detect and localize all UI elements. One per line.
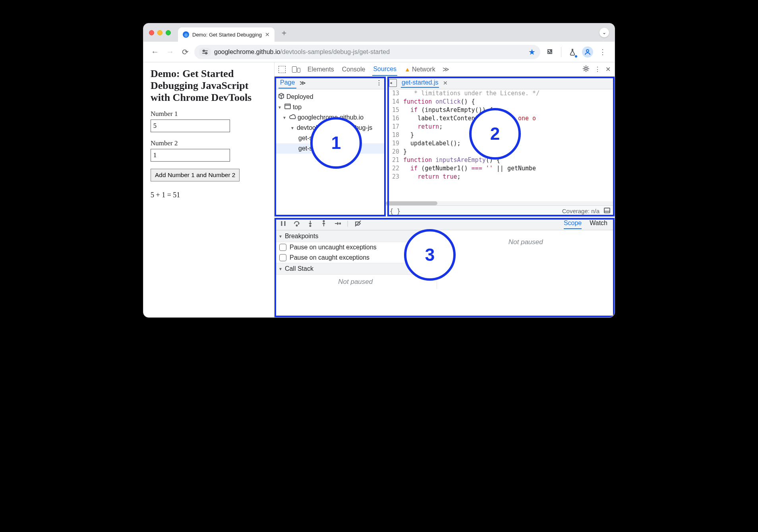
close-window-button[interactable] (149, 30, 154, 35)
editor-tab-close[interactable]: ✕ (443, 80, 448, 86)
add-button[interactable]: Add Number 1 and Number 2 (151, 169, 240, 181)
tab-search-button[interactable]: ⌄ (599, 28, 609, 37)
devtools-close-button[interactable]: ✕ (605, 66, 611, 73)
debugger-panel: | Scope Watch ▼ Breakpo (275, 216, 615, 317)
callstack-status: Not paused (275, 275, 437, 289)
warning-triangle-icon: ▲ (404, 66, 410, 73)
pretty-print-button[interactable]: { } (390, 208, 400, 215)
debugger-tab-scope[interactable]: Scope (564, 218, 582, 229)
tree-domain[interactable]: ▼ googlechrome.github.io (275, 112, 385, 123)
checkbox-label: Pause on caught exceptions (290, 254, 369, 261)
back-button[interactable]: ← (149, 46, 161, 58)
svg-point-8 (323, 220, 325, 222)
checkbox[interactable] (279, 244, 286, 251)
tune-icon (201, 48, 209, 56)
disclosure-triangle-icon: ▼ (282, 116, 286, 120)
devtools-tab-console[interactable]: Console (341, 64, 366, 75)
tree-file-js[interactable]: get-started.js (275, 143, 385, 154)
tree-deployed[interactable]: Deployed (275, 92, 385, 102)
disclosure-triangle-icon: ▼ (290, 126, 294, 130)
devtools-tab-sources[interactable]: Sources (372, 63, 397, 76)
devtools-tabs-overflow[interactable]: ≫ (443, 66, 449, 73)
tab-close-button[interactable]: ✕ (265, 31, 270, 38)
editor-horizontal-scrollbar[interactable] (386, 201, 615, 205)
debugger-toolbar: | Scope Watch (275, 217, 615, 230)
debugger-left-column: ▼ Breakpoints Pause on uncaught exceptio… (275, 230, 437, 289)
breakpoints-section-header[interactable]: ▼ Breakpoints (275, 230, 437, 242)
browser-tab[interactable]: ◎ Demo: Get Started Debugging ✕ (178, 27, 275, 42)
deactivate-breakpoints-button[interactable] (354, 220, 362, 227)
extensions-button[interactable] (543, 46, 556, 58)
navigator-tab-page[interactable]: Page (278, 77, 296, 89)
step-over-icon (293, 220, 300, 227)
debugger-tab-watch[interactable]: Watch (590, 218, 607, 229)
number2-label: Number 2 (151, 139, 267, 147)
cloud-icon (289, 113, 295, 122)
checkbox[interactable] (279, 254, 286, 261)
tree-file-html[interactable]: get-started (275, 133, 385, 143)
code-editor-panel: ◂ get-started.js ✕ 13 * limitations unde… (386, 77, 615, 216)
devtools-tab-network[interactable]: ▲ Network (404, 64, 436, 75)
number1-input[interactable] (151, 120, 230, 132)
profile-avatar-button[interactable] (582, 46, 593, 58)
step-icon (334, 220, 341, 227)
step-into-button[interactable] (306, 220, 314, 227)
coverage-label: Coverage: n/a (562, 208, 599, 214)
gear-icon (582, 65, 590, 72)
svg-point-3 (585, 67, 587, 70)
toolbar-divider (561, 47, 561, 57)
devtools-tab-elements[interactable]: Elements (307, 64, 335, 75)
file-navigator-panel: Page ≫ ⋮ Deployed (275, 77, 386, 216)
device-toolbar-icon[interactable] (292, 66, 300, 73)
step-into-icon (307, 220, 314, 227)
section-label: Call Stack (285, 265, 313, 272)
devtools-settings-button[interactable] (582, 65, 590, 74)
file-tree: Deployed ▼ top ▼ (275, 89, 385, 156)
step-out-button[interactable] (320, 220, 328, 227)
toggle-navigator-button[interactable]: ◂ (389, 79, 397, 87)
new-tab-button[interactable]: ＋ (278, 27, 290, 38)
window-icon (284, 103, 290, 112)
navigator-tabs-overflow[interactable]: ≫ (300, 79, 306, 87)
tree-label: Deployed (286, 93, 313, 100)
pause-uncaught-row[interactable]: Pause on uncaught exceptions (275, 242, 437, 253)
minimize-window-button[interactable] (157, 30, 162, 35)
tree-label: googlechrome.github.io (298, 114, 364, 121)
labs-button[interactable] (566, 46, 579, 58)
disclosure-triangle-icon: ▼ (278, 234, 282, 239)
devtools-menu-button[interactable]: ⋮ (594, 66, 601, 73)
tree-top[interactable]: ▼ top (275, 102, 385, 112)
site-info-button[interactable] (199, 48, 211, 56)
devtools-tab-network-label: Network (412, 66, 435, 73)
bookmark-star-icon[interactable]: ★ (528, 47, 536, 57)
editor-file-tab[interactable]: get-started.js (401, 78, 439, 88)
section-label: Breakpoints (285, 233, 319, 240)
scope-status: Not paused (437, 230, 615, 289)
reload-button[interactable]: ⟳ (179, 46, 191, 58)
pause-icon (280, 220, 287, 227)
navigator-menu-button[interactable]: ⋮ (376, 79, 385, 87)
callstack-section-header[interactable]: ▼ Call Stack (275, 263, 437, 275)
code-view[interactable]: 13 * limitations under the License. */ 1… (386, 89, 615, 201)
forward-button[interactable]: → (164, 46, 176, 58)
inspect-element-icon[interactable] (278, 66, 286, 73)
svg-rect-5 (604, 208, 610, 213)
tab-strip: ◎ Demo: Get Started Debugging ✕ ＋ ⌄ (143, 23, 615, 42)
pause-caught-row[interactable]: Pause on caught exceptions (275, 253, 437, 263)
tree-label: get-started (298, 135, 329, 142)
number1-label: Number 1 (151, 110, 267, 118)
chrome-favicon-icon: ◎ (183, 31, 189, 38)
chrome-menu-button[interactable]: ⋮ (596, 46, 609, 58)
toggle-drawer-button[interactable] (603, 207, 611, 215)
webpage-pane: Demo: Get Started Debugging JavaScript w… (143, 62, 275, 317)
step-button[interactable] (333, 220, 341, 227)
tree-folder[interactable]: ▼ devtools-samples/debug-js (275, 123, 385, 133)
step-over-button[interactable] (293, 220, 301, 227)
tree-label: get-started.js (298, 145, 335, 152)
window-controls (149, 30, 171, 35)
pause-button[interactable] (279, 220, 287, 227)
number2-input[interactable] (151, 149, 230, 162)
maximize-window-button[interactable] (166, 30, 171, 35)
tree-label: top (293, 104, 302, 111)
address-bar[interactable]: googlechrome.github.io/devtools-samples/… (194, 45, 540, 59)
